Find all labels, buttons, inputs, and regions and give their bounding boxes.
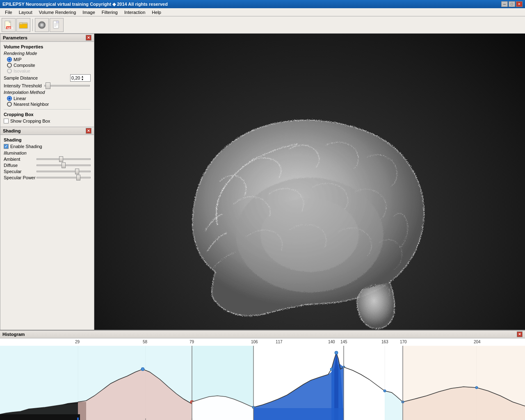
intensity-threshold-slider xyxy=(43,85,91,87)
sample-distance-input[interactable]: 0,20 ▲ ▼ xyxy=(70,74,91,82)
menu-help[interactable]: Help xyxy=(148,9,164,16)
svg-point-39 xyxy=(141,368,144,371)
svg-point-54 xyxy=(383,390,386,392)
show-cropping-box-checkbox[interactable] xyxy=(4,119,9,123)
brain-container xyxy=(166,100,453,354)
specular-power-label: Specular Power xyxy=(4,175,37,180)
radio-composite[interactable] xyxy=(7,63,12,68)
histogram-close-button[interactable]: ✕ xyxy=(517,331,523,337)
title-bar: EPILEPSY Neurosurgical virtual training … xyxy=(0,0,525,8)
radio-mip-label: MIP xyxy=(14,57,22,62)
illumination-label: Illumination xyxy=(4,151,91,155)
intensity-threshold-row: Intensity Threshold xyxy=(4,83,91,88)
minimize-button[interactable]: ─ xyxy=(501,1,508,7)
radio-isovalue-label: Isovalue xyxy=(14,68,30,73)
enable-shading-checkbox[interactable]: ✓ xyxy=(4,144,9,149)
specular-thumb[interactable] xyxy=(75,169,79,174)
specular-power-row: Specular Power xyxy=(4,175,91,180)
histogram-canvas[interactable]: 29 58 79 106 117 140 145 163 170 204 xyxy=(0,338,525,420)
cropping-box-title: Cropping Box xyxy=(4,112,91,117)
toolbar: NEW xyxy=(0,16,525,34)
sample-distance-down[interactable]: ▼ xyxy=(81,78,84,81)
shading-close-button[interactable]: ✕ xyxy=(86,128,91,134)
radio-composite-row: Composite xyxy=(7,63,91,68)
svg-rect-59 xyxy=(0,414,80,420)
specular-power-thumb[interactable] xyxy=(76,175,80,180)
window-controls: ─ □ ✕ xyxy=(501,1,523,7)
radio-isovalue-row: Isovalue xyxy=(7,68,91,73)
svg-text:58: 58 xyxy=(143,340,148,344)
specular-power-track[interactable] xyxy=(37,177,91,178)
toolbar-separator xyxy=(32,19,33,31)
shading-content: Shading ✓ Enable Shading Illumination Am… xyxy=(0,135,94,184)
parameters-content: Volume Properties Rendering Mode MIP Com… xyxy=(0,42,94,127)
interpolation-method-label: Interpolation Method xyxy=(4,90,91,95)
radio-mip[interactable] xyxy=(7,57,12,62)
specular-row: Specular xyxy=(4,169,91,174)
toolbar-open-button[interactable] xyxy=(16,18,30,32)
toolbar-new-button[interactable]: NEW xyxy=(2,18,16,32)
diffuse-track[interactable] xyxy=(37,164,91,166)
svg-point-7 xyxy=(38,21,46,29)
shading-header: Shading ✕ xyxy=(0,127,94,135)
diffuse-row: Diffuse xyxy=(4,163,91,168)
svg-text:140: 140 xyxy=(328,340,335,344)
svg-text:NEW: NEW xyxy=(7,27,13,30)
menu-bar: File Layout Volume Rendering Image Filte… xyxy=(0,8,525,16)
enable-shading-row: ✓ Enable Shading xyxy=(4,144,91,149)
enable-shading-label: Enable Shading xyxy=(10,144,42,149)
parameters-close-button[interactable]: ✕ xyxy=(86,35,91,41)
histogram-svg: 29 58 79 106 117 140 145 163 170 204 xyxy=(0,338,525,420)
menu-filtering[interactable]: Filtering xyxy=(98,9,121,16)
intensity-threshold-track[interactable] xyxy=(44,85,90,87)
radio-mip-row: MIP xyxy=(7,57,91,62)
radio-linear[interactable] xyxy=(7,96,12,101)
toolbar-grayscale-button[interactable] xyxy=(35,18,49,32)
divider-1 xyxy=(4,109,91,110)
toolbar-document-button[interactable] xyxy=(50,18,64,32)
radio-isovalue[interactable] xyxy=(7,68,12,73)
shading-title: Shading xyxy=(3,128,21,133)
brain-shape xyxy=(192,120,424,329)
menu-image[interactable]: Image xyxy=(79,9,98,16)
svg-text:29: 29 xyxy=(75,340,80,344)
svg-rect-5 xyxy=(19,24,27,28)
sample-distance-value: 0,20 xyxy=(71,75,80,80)
sample-distance-up[interactable]: ▲ xyxy=(81,75,84,78)
diffuse-label: Diffuse xyxy=(4,163,37,168)
svg-point-50 xyxy=(335,351,338,354)
close-button[interactable]: ✕ xyxy=(516,1,523,7)
radio-nearestneighbor[interactable] xyxy=(7,102,12,107)
sample-distance-row: Sample Distance 0,20 ▲ ▼ xyxy=(4,74,91,82)
menu-volumerendering[interactable]: Volume Rendering xyxy=(36,9,80,16)
svg-text:145: 145 xyxy=(340,340,347,344)
specular-label: Specular xyxy=(4,169,37,174)
svg-rect-6 xyxy=(19,23,23,24)
menu-layout[interactable]: Layout xyxy=(16,9,36,16)
menu-interaction[interactable]: Interaction xyxy=(121,9,148,16)
svg-text:163: 163 xyxy=(381,340,388,344)
svg-rect-68 xyxy=(77,418,79,420)
specular-track[interactable] xyxy=(37,171,91,172)
svg-text:106: 106 xyxy=(251,340,258,344)
show-cropping-box-row: Show Cropping Box xyxy=(4,119,91,123)
ambient-track[interactable] xyxy=(37,158,91,160)
parameters-panel: Parameters ✕ Volume Properties Rendering… xyxy=(0,34,94,127)
show-cropping-box-label: Show Cropping Box xyxy=(10,119,50,123)
parameters-title: Parameters xyxy=(3,35,27,40)
intensity-threshold-label: Intensity Threshold xyxy=(4,83,42,88)
rendering-mode-label: Rendering Mode xyxy=(4,51,91,56)
svg-text:79: 79 xyxy=(189,340,194,344)
parameters-header: Parameters ✕ xyxy=(0,34,94,42)
histogram-panel: Histogram ✕ 29 58 79 106 117 140 145 163… xyxy=(0,330,525,420)
svg-point-14 xyxy=(260,198,359,272)
menu-file[interactable]: File xyxy=(2,9,16,16)
svg-rect-9 xyxy=(56,21,59,23)
diffuse-thumb[interactable] xyxy=(62,162,66,168)
maximize-button[interactable]: □ xyxy=(509,1,515,7)
svg-point-49 xyxy=(330,368,333,370)
radio-composite-label: Composite xyxy=(14,63,35,68)
ambient-thumb[interactable] xyxy=(59,156,63,162)
intensity-threshold-thumb[interactable] xyxy=(46,82,50,89)
svg-text:170: 170 xyxy=(400,340,407,344)
